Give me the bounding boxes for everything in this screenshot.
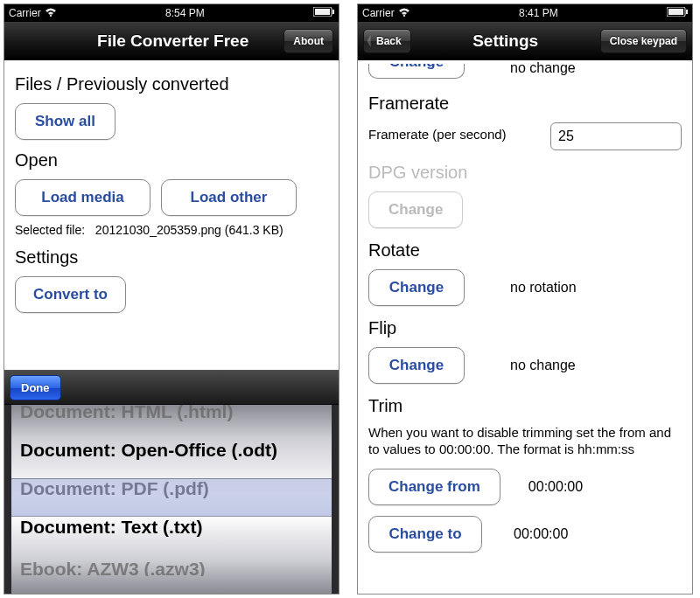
picker-option[interactable]: Ebook: AZW3 (.azw3) <box>20 546 323 576</box>
settings-section-title: Settings <box>15 247 328 268</box>
rotate-change-button[interactable]: Change <box>368 269 465 306</box>
svg-rect-4 <box>668 9 683 15</box>
picker-option-selected[interactable]: Document: PDF (.pdf) <box>20 469 323 508</box>
done-button[interactable]: Done <box>10 375 61 400</box>
close-keypad-button[interactable]: Close keypad <box>600 29 687 53</box>
picker-option[interactable]: Document: Open-Office (.odt) <box>20 431 323 469</box>
svg-rect-1 <box>315 9 330 15</box>
picker-option[interactable]: Document: HTML (.html) <box>20 405 323 431</box>
load-media-button[interactable]: Load media <box>15 179 150 216</box>
statusbar: Carrier 8:41 PM <box>358 4 692 22</box>
wifi-icon <box>398 7 410 19</box>
carrier-label: Carrier <box>362 7 395 19</box>
dpg-title: DPG version <box>368 163 682 183</box>
framerate-label: Framerate (per second) <box>368 127 540 142</box>
page-title: File Converter Free <box>62 31 284 51</box>
phone-left: Carrier 8:54 PM File Converter Free Abou… <box>4 3 340 595</box>
back-button[interactable]: Back <box>363 29 411 53</box>
load-other-button[interactable]: Load other <box>161 179 297 216</box>
clock: 8:54 PM <box>57 7 313 19</box>
trim-help-text: When you want to disable trimming set th… <box>368 425 682 458</box>
battery-icon <box>313 7 334 19</box>
flip-value: no change <box>475 358 576 373</box>
picker-toolbar: Done <box>4 370 339 405</box>
svg-rect-2 <box>332 10 334 14</box>
navbar: Back Settings Close keypad <box>358 22 692 60</box>
selected-file-value: 20121030_205359.png (641.3 KB) <box>95 223 284 237</box>
about-button[interactable]: About <box>284 29 333 53</box>
wifi-icon <box>45 7 57 19</box>
carrier-label: Carrier <box>9 7 41 19</box>
clock: 8:41 PM <box>410 7 667 19</box>
open-section-title: Open <box>15 150 328 170</box>
statusbar: Carrier 8:54 PM <box>4 4 339 22</box>
battery-icon <box>667 7 688 19</box>
change-partial-button[interactable]: Change <box>368 64 465 79</box>
svg-rect-5 <box>686 10 688 14</box>
page-title: Settings <box>411 31 600 51</box>
content-area: Change no change Framerate Framerate (pe… <box>358 60 692 594</box>
selected-file-row: Selected file: 20121030_205359.png (641.… <box>15 223 328 237</box>
navbar: File Converter Free About <box>4 22 339 60</box>
picker-overlay: Done Document: HTML (.html) Document: Op… <box>4 370 339 594</box>
selected-file-label: Selected file: <box>15 223 85 237</box>
dpg-change-button: Change <box>368 191 463 228</box>
change-partial-value: no change <box>475 60 576 76</box>
trim-change-from-button[interactable]: Change from <box>368 469 500 505</box>
trim-to-value: 00:00:00 <box>493 526 580 542</box>
rotate-value: no rotation <box>475 280 577 296</box>
framerate-title: Framerate <box>368 94 682 114</box>
show-all-button[interactable]: Show all <box>15 103 116 140</box>
trim-change-to-button[interactable]: Change to <box>368 516 482 553</box>
flip-change-button[interactable]: Change <box>368 347 465 384</box>
trim-from-value: 00:00:00 <box>511 479 598 495</box>
phone-right: Carrier 8:41 PM Back Settings Close keyp… <box>357 3 693 595</box>
framerate-input[interactable] <box>550 122 682 150</box>
rotate-title: Rotate <box>368 240 682 261</box>
files-section-title: Files / Previously converted <box>15 74 328 94</box>
picker-wheel[interactable]: Document: HTML (.html) Document: Open-Of… <box>4 405 339 594</box>
trim-title: Trim <box>368 396 682 416</box>
flip-title: Flip <box>368 318 682 338</box>
picker-option[interactable]: Document: Text (.txt) <box>20 508 323 546</box>
convert-to-button[interactable]: Convert to <box>15 276 126 313</box>
